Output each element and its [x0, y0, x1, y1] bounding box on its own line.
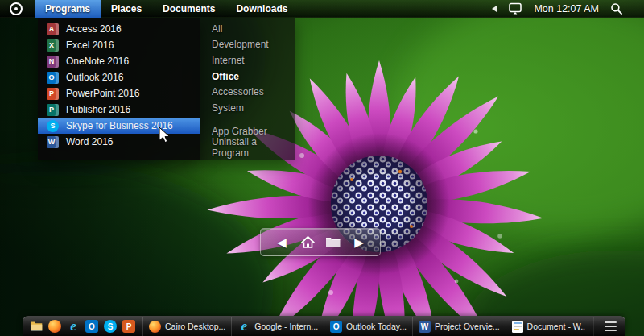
- menu-item-label: Word 2016: [66, 136, 113, 147]
- desktop: Programs Places Documents Downloads Mon …: [0, 0, 644, 336]
- firefox-icon[interactable]: [48, 320, 61, 333]
- skype-icon[interactable]: S: [104, 320, 117, 333]
- menu-item-label: OneNote 2016: [66, 56, 129, 67]
- file-explorer-icon[interactable]: [30, 320, 43, 333]
- menu-item-excel[interactable]: X Excel 2016: [38, 37, 200, 53]
- taskbar: e O S P Cairo Desktop... e Google - Inte…: [23, 316, 625, 336]
- word-icon: W: [47, 136, 59, 148]
- menu-item-powerpoint[interactable]: P PowerPoint 2016: [38, 85, 200, 102]
- menu-list: Programs Places Documents Downloads: [35, 0, 298, 18]
- category-internet[interactable]: Internet: [200, 52, 295, 68]
- programs-menu-panel: A Access 2016 X Excel 2016 N OneNote 201…: [38, 18, 200, 160]
- menu-item-label: PowerPoint 2016: [66, 88, 139, 99]
- folder-icon[interactable]: [324, 233, 343, 252]
- category-accessories[interactable]: Accessories: [200, 84, 295, 100]
- window-title: Document - W..: [527, 321, 585, 331]
- categories-panel: All Development Internet Office Accessor…: [200, 18, 295, 160]
- menu-item-publisher[interactable]: P Publisher 2016: [38, 102, 200, 118]
- window-button-project-overview[interactable]: W Project Overvie...: [412, 317, 506, 336]
- menu-item-label: Access 2016: [66, 23, 122, 35]
- category-development[interactable]: Development: [200, 37, 295, 53]
- back-icon[interactable]: ◀: [272, 233, 291, 252]
- publisher-icon: P: [47, 104, 59, 116]
- window-title: Cairo Desktop...: [165, 321, 225, 331]
- window-title: Outlook Today...: [346, 321, 407, 331]
- chevron-left-icon[interactable]: [492, 6, 497, 12]
- menu-bar-right: Mon 12:07 AM: [492, 0, 623, 18]
- menu-downloads[interactable]: Downloads: [225, 0, 298, 18]
- quick-launch: e O S P: [23, 317, 140, 336]
- word-icon: W: [419, 321, 431, 333]
- clock[interactable]: Mon 12:07 AM: [534, 3, 599, 15]
- document-icon: [512, 321, 523, 333]
- firefox-icon: [149, 321, 161, 333]
- menu-bar: Programs Places Documents Downloads Mon …: [0, 0, 644, 18]
- window-button-google[interactable]: e Google - Intern...: [231, 317, 324, 336]
- category-system[interactable]: System: [200, 100, 295, 116]
- search-icon[interactable]: [610, 2, 623, 15]
- menu-item-word[interactable]: W Word 2016: [38, 134, 200, 150]
- menu-item-access[interactable]: A Access 2016: [38, 21, 200, 37]
- action-uninstall-program[interactable]: Uninstall a Program: [200, 139, 295, 156]
- forward-icon[interactable]: ▶: [349, 233, 369, 252]
- window-title: Project Overvie...: [435, 321, 500, 331]
- category-all[interactable]: All: [200, 21, 295, 37]
- category-divider: [200, 116, 295, 124]
- home-icon[interactable]: [298, 233, 317, 252]
- outlook-icon: O: [47, 72, 59, 84]
- menu-item-label: Publisher 2016: [66, 104, 130, 115]
- window-title: Google - Intern...: [254, 321, 318, 331]
- menu-documents[interactable]: Documents: [152, 0, 225, 18]
- window-buttons: Cairo Desktop... e Google - Intern... O …: [142, 317, 594, 336]
- window-button-outlook-today[interactable]: O Outlook Today...: [324, 317, 412, 336]
- powerpoint-icon: P: [47, 88, 59, 100]
- onenote-icon: N: [47, 56, 59, 68]
- menu-places[interactable]: Places: [101, 0, 152, 18]
- access-icon: A: [47, 23, 59, 35]
- window-button-cairo-desktop[interactable]: Cairo Desktop...: [142, 317, 231, 336]
- menu-item-label: Outlook 2016: [66, 72, 123, 83]
- internet-explorer-icon[interactable]: e: [67, 320, 80, 333]
- outlook-icon[interactable]: O: [85, 320, 98, 333]
- excel-icon: X: [47, 39, 59, 52]
- desktop-nav-toolbar: ◀ ▶: [260, 228, 381, 256]
- internet-explorer-icon: e: [237, 320, 250, 333]
- cairo-logo-icon[interactable]: [10, 2, 23, 15]
- skype-icon: S: [47, 120, 59, 132]
- taskbar-menu-icon[interactable]: [605, 321, 617, 331]
- category-office[interactable]: Office: [200, 68, 295, 85]
- menu-item-label: Skype for Business 2016: [66, 120, 173, 131]
- menu-programs[interactable]: Programs: [35, 0, 101, 18]
- menu-item-onenote[interactable]: N OneNote 2016: [38, 53, 200, 69]
- menu-item-label: Excel 2016: [66, 39, 114, 51]
- menu-item-skype-for-business[interactable]: S Skype for Business 2016: [38, 118, 200, 134]
- menu-item-outlook[interactable]: O Outlook 2016: [38, 69, 200, 85]
- monitor-icon[interactable]: [508, 2, 522, 15]
- powerpoint-icon[interactable]: P: [122, 320, 135, 333]
- outlook-icon: O: [330, 321, 342, 333]
- window-button-document[interactable]: Document - W..: [506, 317, 594, 336]
